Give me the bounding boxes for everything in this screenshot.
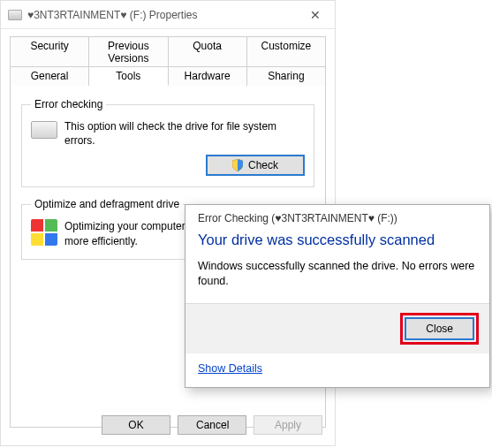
drive-icon	[31, 121, 57, 139]
tab-general[interactable]: General	[10, 66, 89, 86]
dialog-title: Error Checking (♥3NT3RTAINMENT♥ (F:))	[185, 205, 489, 226]
titlebar: ♥3NT3RTAINMENT♥ (F:) Properties ✕	[1, 1, 335, 29]
tab-customize[interactable]: Customize	[247, 36, 326, 67]
dialog-heading: Your drive was successfully scanned	[185, 226, 489, 254]
error-checking-legend: Error checking	[31, 98, 106, 110]
error-checking-group: Error checking This option will check th…	[21, 98, 314, 187]
check-button-label: Check	[248, 159, 278, 171]
drive-icon	[8, 10, 22, 20]
properties-footer: OK Cancel Apply	[102, 415, 322, 435]
dialog-button-bar: Close	[185, 303, 489, 353]
window-title: ♥3NT3RTAINMENT♥ (F:) Properties	[27, 9, 295, 21]
ok-button[interactable]: OK	[102, 415, 170, 435]
shield-icon	[232, 159, 243, 171]
tab-hardware[interactable]: Hardware	[169, 66, 247, 86]
highlight-annotation: Close	[400, 313, 479, 345]
check-button[interactable]: Check	[206, 155, 305, 176]
close-button[interactable]: Close	[405, 317, 474, 340]
defrag-icon	[31, 219, 57, 246]
tab-previous-versions[interactable]: Previous Versions	[89, 36, 168, 67]
tab-sharing[interactable]: Sharing	[247, 66, 326, 86]
optimize-legend: Optimize and defragment drive	[31, 198, 183, 210]
tab-quota[interactable]: Quota	[169, 36, 247, 67]
show-details-link[interactable]: Show Details	[185, 353, 489, 387]
apply-button: Apply	[254, 415, 322, 435]
tab-security[interactable]: Security	[10, 36, 89, 67]
close-icon[interactable]: ✕	[295, 2, 335, 28]
error-checking-desc: This option will check the drive for fil…	[64, 119, 305, 148]
tab-tools[interactable]: Tools	[89, 66, 168, 86]
dialog-body: Windows successfully scanned the drive. …	[185, 254, 489, 303]
cancel-button[interactable]: Cancel	[178, 415, 246, 435]
error-checking-dialog: Error Checking (♥3NT3RTAINMENT♥ (F:)) Yo…	[185, 204, 490, 388]
